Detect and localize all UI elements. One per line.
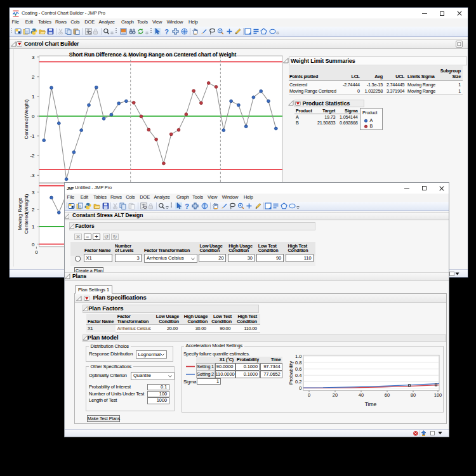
svg-text:0: 0 xyxy=(308,392,310,398)
svg-text:20: 20 xyxy=(333,392,338,398)
svg-text:Centered(Weight): Centered(Weight) xyxy=(23,194,29,234)
svg-text:JMP: JMP xyxy=(67,186,74,190)
svg-text:-3: -3 xyxy=(30,173,35,178)
svg-text:Time: Time xyxy=(365,401,377,407)
svg-text:0.6: 0.6 xyxy=(295,366,301,372)
svg-text:Short Run Difference & Moving: Short Run Difference & Moving Range on C… xyxy=(69,51,237,58)
svg-text:1.0: 1.0 xyxy=(295,354,301,359)
svg-text:-1: -1 xyxy=(30,133,35,139)
svg-text:?: ? xyxy=(164,28,169,35)
svg-text:?: ? xyxy=(185,202,189,209)
svg-text:0.4: 0.4 xyxy=(295,373,301,378)
svg-text:0: 0 xyxy=(35,249,38,255)
svg-text:Moving Range: Moving Range xyxy=(18,197,23,230)
svg-text:Centered(Weight): Centered(Weight) xyxy=(23,99,29,139)
svg-text:0.8: 0.8 xyxy=(295,360,301,366)
svg-text:-2: -2 xyxy=(30,153,35,159)
svg-text:1: 1 xyxy=(32,224,35,230)
svg-text:3: 3 xyxy=(32,55,35,60)
svg-text:2: 2 xyxy=(32,74,35,80)
svg-text:2: 2 xyxy=(32,207,35,213)
svg-text:60: 60 xyxy=(385,392,390,398)
svg-text:80: 80 xyxy=(411,392,416,398)
svg-text:1: 1 xyxy=(32,94,35,100)
svg-text:0: 0 xyxy=(299,385,301,391)
svg-text:0: 0 xyxy=(32,242,35,248)
svg-text:0.2: 0.2 xyxy=(295,379,301,385)
svg-text:40: 40 xyxy=(359,392,364,398)
svg-text:Probability: Probability xyxy=(288,361,294,385)
svg-text:0: 0 xyxy=(32,114,35,119)
svg-text:3: 3 xyxy=(32,190,35,195)
svg-text:100: 100 xyxy=(434,392,442,398)
